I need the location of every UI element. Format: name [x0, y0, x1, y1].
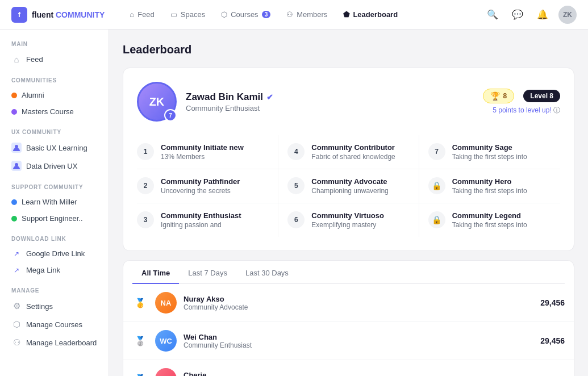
lb-user-info: Cherie Community Pathfinder	[184, 371, 533, 377]
logo[interactable]: f fluent COMMUNITY	[11, 7, 105, 23]
tab-all-time[interactable]: All Time	[132, 263, 179, 284]
sidebar-item-data-driven[interactable]: Data Driven UX	[7, 157, 102, 175]
top-nav: f fluent COMMUNITY ⌂ Feed ▭ Spaces ⬡ Cou…	[0, 0, 588, 30]
rank-name: Community Advocate	[311, 177, 388, 186]
sidebar-item-learn-miller[interactable]: Learn With Miller	[7, 194, 102, 210]
rank-desc: Championing unwavering	[311, 187, 388, 195]
nav-actions: 🔍 💬 🔔 ZK	[483, 6, 577, 24]
nav-spaces[interactable]: ▭ Spaces	[164, 7, 212, 22]
leaderboard-item: 🥇 NA Nuray Akso Community Advocate 29,45…	[123, 284, 574, 322]
lb-user-name: Cherie	[184, 371, 533, 377]
chat-button[interactable]: 💬	[508, 6, 527, 24]
profile-avatar-wrap: ZK 7	[137, 82, 177, 122]
rank-info: Community Hero Taking the first steps in…	[452, 177, 527, 195]
lb-avatar: NA	[155, 292, 177, 314]
rank-desc: Exemplifying mastery	[311, 221, 384, 229]
verified-icon: ✔	[266, 93, 273, 102]
leaderboard-icon: ⬟	[343, 10, 349, 19]
rank-item: 5 Community Advocate Championing unwaver…	[278, 169, 419, 203]
rank-info: Community Pathfinder Uncovering the secr…	[161, 177, 240, 195]
sidebar-item-support-eng[interactable]: Support Engineer..	[7, 210, 102, 227]
lb-user-info: Wei Chan Community Enthusiast	[184, 333, 533, 349]
points-badge: 🏆 8	[483, 89, 515, 103]
support-eng-dot-icon	[11, 216, 17, 222]
nav-courses[interactable]: ⬡ Courses 3	[214, 7, 277, 22]
data-driven-icon	[11, 161, 22, 171]
trophy-icon: 🏆	[490, 91, 500, 101]
lb-score: 29,456	[540, 298, 565, 307]
sidebar-section-communities: COMMUNITIES	[7, 77, 102, 83]
leaderboard-item: 🥈 WC Wei Chan Community Enthusiast 29,45…	[123, 322, 574, 360]
learn-miller-dot-icon	[11, 199, 17, 205]
rank-desc: Igniting passion and	[161, 221, 241, 229]
rank-desc: Taking the first steps into	[452, 221, 527, 229]
leaderboard-list: 🥇 NA Nuray Akso Community Advocate 29,45…	[123, 284, 574, 376]
tab-last-30[interactable]: Last 30 Days	[236, 263, 298, 284]
lb-user-info: Nuray Akso Community Advocate	[184, 295, 533, 311]
rank-number: 1	[137, 143, 154, 160]
sidebar-item-manage-courses[interactable]: ⬡ Manage Courses	[7, 315, 102, 333]
rank-desc: Uncovering the secrets	[161, 187, 240, 195]
rank-medal-icon: 🥉	[132, 371, 148, 376]
user-avatar-nav[interactable]: ZK	[558, 6, 577, 24]
profile-level-section: 🏆 8 Level 8 5 points to level up! ⓘ	[483, 89, 560, 115]
rank-desc: Taking the first steps into	[452, 187, 527, 195]
profile-level: 🏆 8 Level 8	[483, 89, 560, 103]
sidebar-item-masters[interactable]: Masters Course	[7, 103, 102, 120]
tab-last-7[interactable]: Last 7 Days	[179, 263, 236, 284]
sidebar-item-manage-lb[interactable]: ⚇ Manage Leaderboard	[7, 333, 102, 352]
sidebar-item-basic-ux[interactable]: Basic UX Learning	[7, 139, 102, 157]
nav-links: ⌂ Feed ▭ Spaces ⬡ Courses 3 ⚇ Members ⬟ …	[123, 7, 483, 22]
info-icon[interactable]: ⓘ	[553, 106, 560, 114]
link-icon-2: ↗	[11, 266, 22, 274]
masters-dot-icon	[11, 109, 17, 115]
sidebar-item-alumni[interactable]: Alumni	[7, 87, 102, 103]
sidebar-item-feed[interactable]: ⌂ Feed	[7, 51, 102, 68]
sidebar-section-manage: MANAGE	[7, 287, 102, 294]
level-label: Level 8	[523, 90, 560, 102]
rank-desc: Taking the first steps into	[452, 153, 527, 161]
ranks-grid: 1 Community Initiate new 13% Members 4 C…	[137, 135, 560, 237]
rank-info: Community Legend Taking the first steps …	[452, 211, 527, 229]
nav-leaderboard[interactable]: ⬟ Leaderboard	[336, 7, 404, 22]
rank-number: 6	[287, 211, 305, 228]
rank-desc: Fabric of shared knowledge	[311, 153, 395, 161]
logo-text: fluent COMMUNITY	[32, 10, 105, 19]
app-container: f fluent COMMUNITY ⌂ Feed ▭ Spaces ⬡ Cou…	[0, 0, 588, 376]
home-icon: ⌂	[11, 55, 22, 64]
profile-role: Community Enthusiast	[186, 104, 474, 112]
rank-name: Community Legend	[452, 211, 527, 220]
profile-level-badge: 7	[164, 109, 177, 122]
rank-name: Community Virtuoso	[311, 211, 384, 220]
profile-row: ZK 7 Zawad Bin Kamil ✔ Community Enthusi…	[137, 82, 560, 122]
sidebar-item-gdrive[interactable]: ↗ Google Drive Link	[7, 245, 102, 262]
sidebar-item-settings[interactable]: ⚙ Settings	[7, 297, 102, 315]
rank-info: Community Advocate Championing unwaverin…	[311, 177, 388, 195]
rank-medal-icon: 🥇	[132, 295, 148, 311]
rank-item: 🔒 Community Hero Taking the first steps …	[419, 169, 560, 203]
body: MAIN ⌂ Feed COMMUNITIES Alumni Masters C…	[0, 30, 588, 376]
manage-lb-icon: ⚇	[11, 337, 22, 348]
rank-info: Community Virtuoso Exemplifying mastery	[311, 211, 384, 229]
home-icon: ⌂	[130, 10, 134, 19]
rank-info: Community Contributor Fabric of shared k…	[311, 143, 395, 161]
nav-members[interactable]: ⚇ Members	[280, 7, 334, 22]
rank-info: Community Initiate new 13% Members	[161, 143, 244, 161]
profile-name: Zawad Bin Kamil ✔	[186, 91, 474, 103]
sidebar-section-main: MAIN	[7, 41, 102, 47]
alumni-dot-icon	[11, 93, 17, 98]
search-button[interactable]: 🔍	[483, 6, 502, 24]
sidebar-item-mega[interactable]: ↗ Mega Link	[7, 262, 102, 278]
courses-icon: ⬡	[221, 10, 227, 19]
notifications-button[interactable]: 🔔	[533, 6, 552, 24]
lb-avatar: WC	[155, 330, 177, 352]
rank-number: 🔒	[428, 177, 445, 194]
leaderboard-item: 🥉 C Cherie Community Pathfinder 29,456	[123, 360, 574, 376]
rank-item: 4 Community Contributor Fabric of shared…	[278, 135, 419, 169]
rank-info: Community Enthusiast Igniting passion an…	[161, 211, 241, 229]
rank-name: Community Enthusiast	[161, 211, 241, 220]
rank-item: 1 Community Initiate new 13% Members	[137, 135, 278, 169]
page-title: Leaderboard	[123, 43, 574, 56]
nav-feed[interactable]: ⌂ Feed	[123, 7, 161, 22]
rank-item: 🔒 Community Legend Taking the first step…	[419, 203, 560, 237]
